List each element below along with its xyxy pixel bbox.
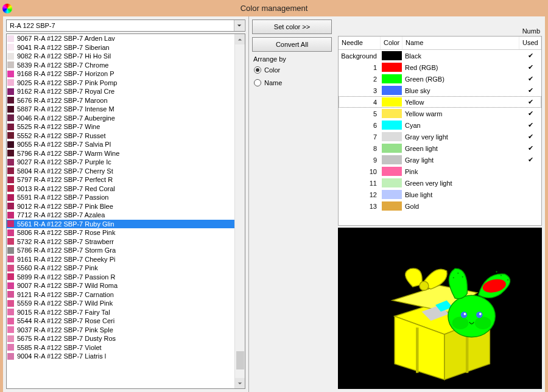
color-swatch xyxy=(382,121,402,130)
col-name[interactable]: Name xyxy=(402,37,519,49)
color-swatch xyxy=(7,177,14,183)
palette-row[interactable]: 9025 R-A #122 SBP-7 Pink Pomp xyxy=(7,79,234,88)
palette-row[interactable]: 9162 R-A #122 SBP-7 Royal Cre xyxy=(7,87,234,96)
table-row[interactable]: 10Pink xyxy=(339,166,541,177)
palette-row[interactable]: 5839 R-A #122 SBP-7 Chrome xyxy=(7,61,234,70)
palette-row[interactable]: 5559 R-A #122 SBP-7 Wild Pink xyxy=(7,299,234,308)
palette-row[interactable]: 9041 R-A #122 SBP-7 Siberian xyxy=(7,43,234,52)
cell-name: Cyan xyxy=(402,122,519,129)
table-row[interactable]: 12Blue light xyxy=(339,189,541,200)
cell-used: ✔ xyxy=(519,133,541,141)
color-swatch xyxy=(7,185,14,192)
svg-point-18 xyxy=(453,277,454,278)
radio-color[interactable]: Color xyxy=(254,66,331,74)
palette-dropdown[interactable]: R-A 122 SBP-7 xyxy=(6,19,245,32)
scrollbar[interactable] xyxy=(234,34,245,388)
palette-row[interactable]: 9067 R-A #122 SBP-7 Arden Lav xyxy=(7,34,234,43)
table-row[interactable]: 8Green light✔ xyxy=(339,142,541,154)
palette-row[interactable]: 5676 R-A #122 SBP-7 Maroon xyxy=(7,96,234,105)
color-swatch xyxy=(7,44,14,51)
table-row[interactable]: 4Yellow✔ xyxy=(339,96,541,108)
cell-color xyxy=(381,178,402,187)
palette-row[interactable]: 9055 R-A #122 SBP-7 Salvia Pl xyxy=(7,140,234,149)
scroll-down-icon[interactable] xyxy=(235,378,245,388)
color-swatch xyxy=(382,190,402,199)
palette-row[interactable]: 5544 R-A #122 SBP-7 Rose Ceri xyxy=(7,317,234,326)
palette-row-label: 5786 R-A #122 SBP-7 Storm Gra xyxy=(17,247,116,254)
color-swatch xyxy=(7,256,14,262)
scroll-thumb[interactable] xyxy=(236,351,244,369)
palette-row[interactable]: 9015 R-A #122 SBP-7 Fairy Tal xyxy=(7,308,234,317)
cell-color xyxy=(381,201,402,211)
cell-needle: 7 xyxy=(339,133,381,141)
color-swatch xyxy=(382,86,402,95)
palette-row[interactable]: 5675 R-A #122 SBP-7 Dusty Ros xyxy=(7,334,234,343)
table-row[interactable]: 9Gray light✔ xyxy=(339,154,541,166)
color-swatch xyxy=(7,97,14,103)
palette-row[interactable]: 9161 R-A #122 SBP-7 Cheeky Pi xyxy=(7,255,234,264)
color-swatch xyxy=(7,53,14,60)
palette-list[interactable]: 9067 R-A #122 SBP-7 Arden Lav9041 R-A #1… xyxy=(7,34,234,388)
table-row[interactable]: 7Gray very light✔ xyxy=(339,131,541,142)
color-swatch xyxy=(7,203,14,209)
palette-row[interactable]: 5806 R-A #122 SBP-7 Rose Pink xyxy=(7,228,234,237)
table-row[interactable]: 3Blue sky✔ xyxy=(339,85,541,96)
palette-row[interactable]: 5804 R-A #122 SBP-7 Cherry St xyxy=(7,167,234,176)
palette-row[interactable]: 5561 R-A #122 SBP-7 Ruby Glin xyxy=(7,220,234,229)
col-used[interactable]: Used xyxy=(519,37,541,49)
palette-row[interactable]: 9046 R-A #122 SBP-7 Aubergine xyxy=(7,114,234,123)
color-swatch xyxy=(7,326,14,333)
palette-row[interactable]: 9168 R-A #122 SBP-7 Horizon P xyxy=(7,69,234,79)
table-row[interactable]: 11Green very light xyxy=(339,177,541,189)
window-title: Color management xyxy=(241,4,308,13)
cell-color xyxy=(381,155,402,164)
table-row[interactable]: 1Red (RGB)✔ xyxy=(339,61,541,73)
chevron-down-icon[interactable] xyxy=(234,20,244,31)
palette-row[interactable]: 5796 R-A #122 SBP-7 Warm Wine xyxy=(7,149,234,158)
col-needle[interactable]: Needle xyxy=(339,37,381,49)
palette-row[interactable]: 9013 R-A #122 SBP-7 Red Coral xyxy=(7,184,234,194)
palette-row-label: 9055 R-A #122 SBP-7 Salvia Pl xyxy=(17,141,111,148)
svg-point-11 xyxy=(452,317,469,329)
color-swatch xyxy=(7,282,14,289)
cell-color xyxy=(381,121,402,130)
palette-row[interactable]: 5560 R-A #122 SBP-7 Pink xyxy=(7,264,234,273)
palette-row[interactable]: 5887 R-A #122 SBP-7 Intense M xyxy=(7,105,234,114)
palette-row[interactable]: 5732 R-A #122 SBP-7 Strawberr xyxy=(7,237,234,247)
palette-row[interactable]: 9121 R-A #122 SBP-7 Carnation xyxy=(7,290,234,299)
palette-row[interactable]: 5552 R-A #122 SBP-7 Russet xyxy=(7,131,234,141)
table-row[interactable]: BackgroundBlack✔ xyxy=(339,50,541,61)
palette-row-label: 9037 R-A #122 SBP-7 Pink Sple xyxy=(17,326,113,334)
palette-row[interactable]: 5585 R-A #122 SBP-7 Violet xyxy=(7,343,234,352)
body-wrap: R-A 122 SBP-7 9067 R-A #122 SBP-7 Arden … xyxy=(3,16,545,392)
table-row[interactable]: 2Green (RGB)✔ xyxy=(339,73,541,85)
set-color-button[interactable]: Set color >> xyxy=(252,19,332,34)
color-swatch xyxy=(382,144,402,153)
palette-row[interactable]: 9082 R-A #122 SBP-7 Hi Ho Sil xyxy=(7,52,234,61)
convert-all-button[interactable]: Convert All xyxy=(252,37,332,52)
palette-row[interactable]: 9027 R-A #122 SBP-7 Purple Ic xyxy=(7,158,234,167)
palette-row[interactable]: 9012 R-A #122 SBP-7 Pink Blee xyxy=(7,202,234,211)
table-row[interactable]: 6Cyan✔ xyxy=(339,119,541,131)
cell-needle: 13 xyxy=(339,203,381,210)
numb-label: Numb xyxy=(522,27,540,35)
palette-row[interactable]: 9004 R-A #122 SBP-7 Liatris l xyxy=(7,352,234,361)
radio-name[interactable]: Name xyxy=(254,79,331,86)
palette-row[interactable]: 5786 R-A #122 SBP-7 Storm Gra xyxy=(7,246,234,255)
color-swatch xyxy=(7,220,14,227)
col-color[interactable]: Color xyxy=(381,37,402,49)
palette-row[interactable]: 5525 R-A #122 SBP-7 Wine xyxy=(7,122,234,131)
palette-row[interactable]: 9007 R-A #122 SBP-7 Wild Roma xyxy=(7,281,234,290)
cell-needle: 12 xyxy=(339,191,381,198)
palette-row[interactable]: 5899 R-A #122 SBP-7 Passion R xyxy=(7,273,234,282)
palette-row-label: 5675 R-A #122 SBP-7 Dusty Ros xyxy=(17,335,116,342)
scroll-up-icon[interactable] xyxy=(235,34,245,44)
table-row[interactable]: 13Gold xyxy=(339,200,541,212)
palette-row[interactable]: 5797 R-A #122 SBP-7 Perfect R xyxy=(7,175,234,184)
color-swatch xyxy=(382,155,402,164)
palette-row[interactable]: 5591 R-A #122 SBP-7 Passion xyxy=(7,193,234,202)
table-row[interactable]: 5Yellow warm✔ xyxy=(339,108,541,119)
palette-row[interactable]: 9037 R-A #122 SBP-7 Pink Sple xyxy=(7,326,234,335)
palette-row[interactable]: 7712 R-A #122 SBP-7 Azalea xyxy=(7,211,234,220)
palette-row-label: 5806 R-A #122 SBP-7 Rose Pink xyxy=(17,229,115,236)
